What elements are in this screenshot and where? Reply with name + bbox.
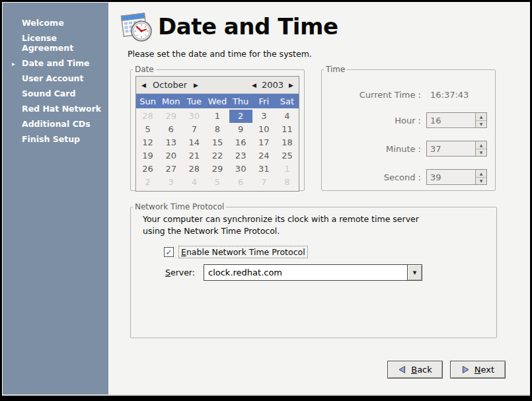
- spinner-value[interactable]: 37: [427, 141, 475, 156]
- calendar-widget: ◀ October ▶ ◀ 2003 ▶ SunMonTueWedThuFriS…: [135, 76, 299, 192]
- spinner-minute[interactable]: 37▲▼: [426, 141, 487, 157]
- calendar-day[interactable]: 3: [159, 176, 182, 189]
- sidebar-item-red-hat-network[interactable]: Red Hat Network: [3, 101, 108, 116]
- calendar-day-header: Mon: [159, 96, 182, 106]
- prev-month-icon[interactable]: ◀: [139, 82, 148, 89]
- calendar-day[interactable]: 26: [136, 163, 159, 176]
- next-button-label: Next: [475, 365, 494, 375]
- server-label: Server:: [165, 268, 204, 277]
- calendar-day-header: Fri: [252, 96, 276, 106]
- calendar-day[interactable]: 28: [182, 163, 206, 176]
- sidebar-item-user-account[interactable]: User Account: [3, 71, 108, 86]
- time-group-legend: Time: [324, 65, 347, 74]
- spinner-down-icon[interactable]: ▼: [476, 149, 486, 157]
- calendar-day[interactable]: 15: [206, 136, 229, 149]
- next-year-icon[interactable]: ▶: [287, 82, 295, 89]
- sidebar-item-label: License Agreement: [22, 33, 73, 53]
- calendar-day[interactable]: 11: [276, 123, 299, 136]
- next-button[interactable]: Next: [450, 361, 506, 379]
- date-group-legend: Date: [133, 65, 156, 74]
- sidebar-item-license-agreement[interactable]: License Agreement: [3, 30, 108, 55]
- calendar-day-selected[interactable]: 2: [229, 110, 252, 123]
- spinner-label: Second :: [322, 172, 421, 182]
- spinner-down-icon[interactable]: ▼: [476, 121, 486, 128]
- calendar-day[interactable]: 17: [252, 136, 276, 149]
- calendar-day[interactable]: 7: [182, 123, 206, 136]
- calendar-day[interactable]: 10: [252, 123, 276, 136]
- ntp-checkbox-label[interactable]: Enable Network Time Protocol: [178, 246, 308, 258]
- next-month-icon[interactable]: ▶: [192, 82, 200, 89]
- ntp-description-line2: using the Network Time Protocol.: [143, 226, 280, 236]
- calendar-day[interactable]: 29: [159, 110, 182, 123]
- spinner-up-icon[interactable]: ▲: [476, 170, 486, 178]
- spinner-up-icon[interactable]: ▲: [476, 141, 486, 149]
- combo-dropdown-icon[interactable]: ▾: [408, 264, 422, 281]
- calendar-year-label: 2003: [262, 80, 284, 90]
- calendar-day[interactable]: 5: [206, 176, 229, 189]
- sidebar-item-label: Sound Card: [22, 89, 75, 98]
- sidebar-item-sound-card[interactable]: Sound Card: [3, 86, 108, 101]
- calendar-day[interactable]: 14: [182, 136, 206, 149]
- calendar-day[interactable]: 28: [136, 110, 159, 123]
- calendar-month-label: October: [153, 80, 187, 90]
- spinner-hour[interactable]: 16▲▼: [426, 112, 487, 128]
- page-subtitle: Please set the date and time for the sys…: [128, 49, 530, 59]
- sidebar-item-date-and-time[interactable]: ▸Date and Time: [3, 55, 108, 71]
- setup-wizard-window: WelcomeLicense Agreement▸Date and TimeUs…: [0, 0, 532, 401]
- ntp-description-line1: Your computer can synchronize its clock …: [143, 214, 419, 224]
- date-group: Date ◀ October ▶ ◀ 2003 ▶ SunMonTueWedTh…: [130, 65, 305, 191]
- calendar-day[interactable]: 20: [159, 149, 182, 163]
- calendar-day[interactable]: 2: [136, 176, 159, 189]
- ntp-checkbox-row: ✓ Enable Network Time Protocol: [164, 246, 496, 258]
- sidebar-item-welcome[interactable]: Welcome: [3, 15, 108, 30]
- calendar-day[interactable]: 29: [206, 163, 229, 176]
- calendar-day[interactable]: 6: [229, 176, 252, 189]
- ntp-description: Your computer can synchronize its clock …: [143, 213, 496, 237]
- calendar-day[interactable]: 12: [136, 136, 159, 149]
- next-arrow-icon: [461, 365, 470, 374]
- calendar-day[interactable]: 25: [276, 149, 299, 163]
- calendar-grid: 2829301234567891011121314151617181920212…: [136, 108, 299, 191]
- calendar-day[interactable]: 21: [182, 149, 206, 163]
- spinner-value[interactable]: 39: [427, 170, 475, 184]
- back-arrow-icon: [398, 365, 406, 374]
- calendar-day[interactable]: 24: [252, 149, 276, 163]
- calendar-day-header: Thu: [229, 96, 252, 106]
- calendar-day[interactable]: 18: [276, 136, 299, 149]
- calendar-day[interactable]: 30: [229, 163, 252, 176]
- calendar-day[interactable]: 31: [252, 163, 276, 176]
- calendar-day[interactable]: 8: [276, 176, 299, 189]
- spinner-up-icon[interactable]: ▲: [476, 113, 486, 121]
- calendar-day[interactable]: 4: [276, 110, 299, 123]
- ntp-group-legend: Network Time Protocol: [133, 202, 226, 211]
- calendar-day[interactable]: 4: [182, 176, 206, 189]
- spinner-down-icon[interactable]: ▼: [476, 178, 486, 185]
- calendar-day[interactable]: 13: [159, 136, 182, 149]
- sidebar-item-additional-cds[interactable]: Additional CDs: [3, 116, 108, 131]
- calendar-day[interactable]: 27: [159, 163, 182, 176]
- calendar-day[interactable]: 22: [206, 149, 229, 163]
- sidebar-item-label: Red Hat Network: [22, 104, 101, 114]
- sidebar-item-finish-setup[interactable]: Finish Setup: [3, 131, 108, 147]
- spinner-buttons: ▲▼: [475, 141, 486, 156]
- calendar-day[interactable]: 30: [182, 110, 206, 123]
- ntp-checkbox[interactable]: ✓: [164, 247, 174, 257]
- calendar-day[interactable]: 19: [136, 149, 159, 163]
- spinner-value[interactable]: 16: [427, 113, 475, 128]
- calendar-day[interactable]: 23: [229, 149, 252, 163]
- calendar-day[interactable]: 1: [276, 163, 299, 176]
- calendar-day[interactable]: 1: [206, 110, 229, 123]
- calendar-day[interactable]: 3: [252, 110, 276, 123]
- back-button[interactable]: Back: [387, 361, 443, 379]
- current-time-label: Current Time :: [322, 90, 421, 100]
- spinner-second[interactable]: 39▲▼: [426, 169, 487, 185]
- calendar-day[interactable]: 9: [229, 123, 252, 136]
- server-combobox-value[interactable]: clock.redhat.com: [204, 264, 408, 281]
- prev-year-icon[interactable]: ◀: [250, 82, 258, 89]
- calendar-day[interactable]: 6: [159, 123, 182, 136]
- calendar-day[interactable]: 8: [206, 123, 229, 136]
- calendar-day[interactable]: 7: [252, 176, 276, 189]
- calendar-day[interactable]: 5: [136, 123, 159, 136]
- calendar-day[interactable]: 16: [229, 136, 252, 149]
- window-body: WelcomeLicense Agreement▸Date and TimeUs…: [2, 2, 530, 396]
